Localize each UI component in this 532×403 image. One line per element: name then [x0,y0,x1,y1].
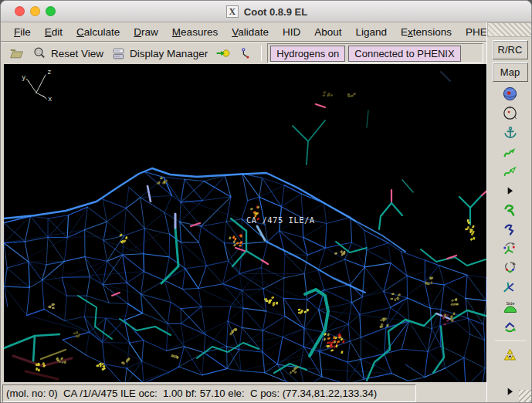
menu-edit[interactable]: Edit [38,24,69,40]
reset-view-label: Reset View [51,48,103,59]
svg-text:Side: Side [506,301,514,306]
window-title: X Coot 0.8.9 EL [1,1,532,22]
torsion-general-icon[interactable] [500,278,520,297]
display-manager-button[interactable]: Display Manager [109,46,210,62]
display-sphere-icon[interactable] [500,85,520,104]
menu-file[interactable]: File [7,24,38,40]
toolbar-overflow-bottom-icon[interactable] [500,382,520,401]
rrc-button[interactable]: R/RC [493,40,528,59]
menu-hid[interactable]: HID [276,24,307,40]
toolbar-separator [261,46,262,61]
side-chain-180-icon[interactable]: Side [500,297,520,317]
display-manager-label: Display Manager [130,48,208,59]
status-buttons-box: Hydrogens on Connected to PHENIX [267,43,483,63]
go-to-atom-button[interactable] [213,45,233,62]
recentre-view-icon[interactable] [500,104,520,124]
svg-text:z: z [47,68,51,76]
x11-icon: X [226,5,239,18]
menu-bar: FileEditCalculateDrawMeasuresValidateHID… [1,22,489,42]
menu-draw[interactable]: Draw [127,24,165,40]
main-toolbar: Reset View Display Manager Hydrogens on … [1,42,486,64]
title-bar[interactable]: X Coot 0.8.9 EL [1,1,532,22]
status-text: (mol. no: 0) CA /1/A/475 ILE occ: 1.00 b… [6,388,377,399]
open-folder-icon [9,46,25,61]
menu-extensions[interactable]: Extensions [394,24,459,40]
icon-column-divider [495,340,526,341]
mutate-residue-icon[interactable] [500,346,520,365]
menu-calculate[interactable]: Calculate [69,24,127,40]
hydrogens-toggle-button[interactable]: Hydrogens on [270,46,345,62]
real-space-refine-icon[interactable] [500,143,520,162]
flip-peptide-icon[interactable] [500,317,520,336]
coot-window: X Coot 0.8.9 EL FileEditCalculateDrawMea… [0,0,532,403]
status-box: (mol. no: 0) CA /1/A/475 ILE occ: 1.00 b… [2,384,416,402]
svg-text:x: x [48,95,53,103]
menu-ligand[interactable]: Ligand [348,24,394,40]
menu-validate[interactable]: Validate [225,24,276,40]
open-coordinates-button[interactable] [7,45,27,62]
display-manager-icon [111,46,126,61]
gl-canvas[interactable]: yzxCA /475 ILE/A [4,64,486,382]
phenix-connection-button[interactable]: Connected to PHENIX [348,46,460,62]
reset-view-button[interactable]: Reset View [30,46,106,62]
modelling-icon-column: Side [487,85,532,401]
magnifier-icon [32,46,47,61]
rigid-body-fit-icon[interactable] [500,220,520,239]
window-title-text: Coot 0.8.9 EL [244,6,307,18]
molecular-scene: yzxCA /475 ILE/A [4,64,486,382]
atom-info-button[interactable] [236,46,256,62]
resize-grip[interactable] [519,390,532,403]
atom-info-icon [239,46,253,61]
toolbar-drag-handle[interactable] [487,22,532,37]
anchor-restraint-icon[interactable] [500,124,520,143]
menu-items: FileEditCalculateDrawMeasuresValidateHID… [1,24,511,40]
right-toolbar-panel: R/RC Map Side [486,22,532,403]
rotamers-icon[interactable] [500,239,520,259]
svg-text:y: y [22,73,26,81]
rotate-translate-zone-icon[interactable] [500,201,520,220]
toolbar-overflow-top-icon[interactable] [500,181,520,201]
regularize-zone-icon[interactable] [500,162,520,181]
atom-label: CA /475 ILE/A [246,215,315,225]
status-bar: (mol. no: 0) CA /1/A/475 ILE occ: 1.00 b… [1,382,486,403]
map-button[interactable]: Map [493,63,528,82]
edit-chi-angles-icon[interactable] [500,259,520,278]
menu-about[interactable]: About [307,24,348,40]
menu-measures[interactable]: Measures [165,24,225,40]
go-to-atom-icon [215,46,231,61]
